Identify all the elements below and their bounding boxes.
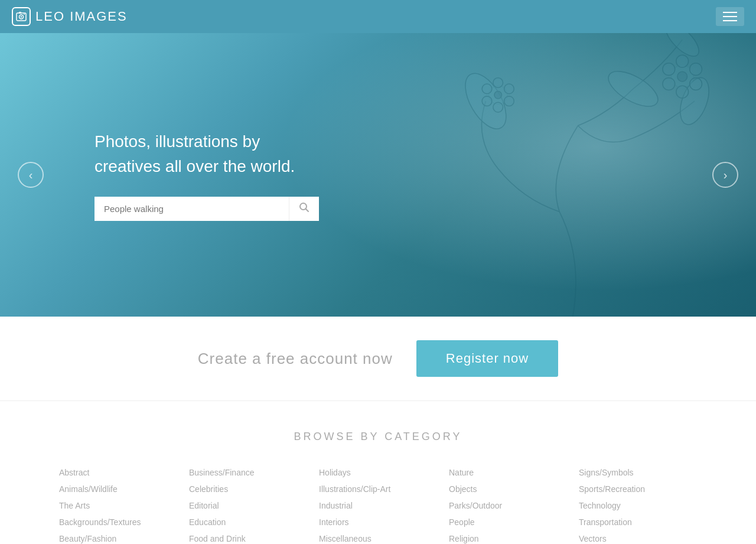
category-col-3: Holidays Illustrations/Clip-Art Industri… <box>319 467 437 544</box>
svg-rect-3 <box>19 12 21 14</box>
category-editorial[interactable]: Editorial <box>189 500 307 512</box>
hamburger-line-3 <box>723 20 737 21</box>
svg-point-11 <box>690 63 702 76</box>
category-sports-recreation[interactable]: Sports/Recreation <box>579 483 697 495</box>
category-nature[interactable]: Nature <box>449 467 567 478</box>
logo-icon <box>12 7 31 26</box>
search-input[interactable] <box>94 197 289 221</box>
category-col-4: Nature Objects Parks/Outdoor People Reli… <box>449 467 567 544</box>
svg-point-18 <box>493 78 503 88</box>
category-education[interactable]: Education <box>189 516 307 528</box>
hero-next-button[interactable]: › <box>712 162 738 188</box>
category-holidays[interactable]: Holidays <box>319 467 437 478</box>
category-beauty-fashion[interactable]: Beauty/Fashion <box>59 533 177 544</box>
hero-title: Photos, illustrations by creatives all o… <box>94 129 295 179</box>
svg-point-21 <box>493 102 503 112</box>
category-parks-outdoor[interactable]: Parks/Outdoor <box>449 500 567 512</box>
category-vectors[interactable]: Vectors <box>579 533 697 544</box>
categories-grid: Abstract Animals/Wildlife The Arts Backg… <box>59 467 697 544</box>
search-icon <box>299 202 309 213</box>
svg-line-26 <box>306 209 309 211</box>
category-industrial[interactable]: Industrial <box>319 500 437 512</box>
register-button[interactable]: Register now <box>416 340 558 377</box>
cta-section: Create a free account now Register now <box>0 317 756 401</box>
svg-point-15 <box>663 63 675 76</box>
category-illustrations-clip-art[interactable]: Illustrations/Clip-Art <box>319 483 437 495</box>
svg-point-16 <box>677 71 687 82</box>
category-animals-wildlife[interactable]: Animals/Wildlife <box>59 483 177 495</box>
svg-point-14 <box>663 78 675 90</box>
hamburger-line-2 <box>723 16 737 17</box>
categories-section: BROWSE BY CATEGORY Abstract Animals/Wild… <box>0 401 756 544</box>
category-miscellaneous[interactable]: Miscellaneous <box>319 533 437 544</box>
svg-point-12 <box>690 78 702 90</box>
category-col-2: Business/Finance Celebrities Editorial E… <box>189 467 307 544</box>
svg-point-13 <box>676 86 689 98</box>
hamburger-button[interactable] <box>716 7 744 26</box>
svg-point-4 <box>24 14 25 15</box>
svg-point-24 <box>494 92 501 99</box>
category-col-5: Signs/Symbols Sports/Recreation Technolo… <box>579 467 697 544</box>
category-col-1: Abstract Animals/Wildlife The Arts Backg… <box>59 467 177 544</box>
category-business-finance[interactable]: Business/Finance <box>189 467 307 478</box>
cta-text: Create a free account now <box>198 350 393 368</box>
svg-point-6 <box>603 64 663 113</box>
logo-text: LEO IMAGES <box>35 9 128 24</box>
hero-title-line2: creatives all over the world. <box>94 157 295 175</box>
category-people[interactable]: People <box>449 516 567 528</box>
category-backgrounds-textures[interactable]: Backgrounds/Textures <box>59 516 177 528</box>
category-signs-symbols[interactable]: Signs/Symbols <box>579 467 697 478</box>
hero-section: ‹ Photos, illustrations by creatives all… <box>0 33 756 317</box>
category-interiors[interactable]: Interiors <box>319 516 437 528</box>
svg-point-23 <box>482 84 492 94</box>
hero-prev-button[interactable]: ‹ <box>18 162 44 188</box>
category-transportation[interactable]: Transportation <box>579 516 697 528</box>
category-technology[interactable]: Technology <box>579 500 697 512</box>
category-the-arts[interactable]: The Arts <box>59 500 177 512</box>
hamburger-line-1 <box>723 12 737 13</box>
hero-title-line1: Photos, illustrations by <box>94 132 260 151</box>
categories-title: BROWSE BY CATEGORY <box>59 431 697 443</box>
svg-point-2 <box>21 16 22 17</box>
logo: LEO IMAGES <box>12 7 128 26</box>
category-religion[interactable]: Religion <box>449 533 567 544</box>
svg-point-22 <box>482 96 492 106</box>
header: LEO IMAGES <box>0 0 756 33</box>
search-button[interactable] <box>289 197 319 221</box>
category-objects[interactable]: Objects <box>449 483 567 495</box>
svg-point-19 <box>504 84 514 94</box>
search-bar <box>94 197 319 221</box>
category-food-drink[interactable]: Food and Drink <box>189 533 307 544</box>
category-abstract[interactable]: Abstract <box>59 467 177 478</box>
hero-flower-decoration <box>265 33 756 317</box>
svg-point-20 <box>504 96 514 106</box>
svg-point-10 <box>676 55 689 67</box>
category-celebrities[interactable]: Celebrities <box>189 483 307 495</box>
